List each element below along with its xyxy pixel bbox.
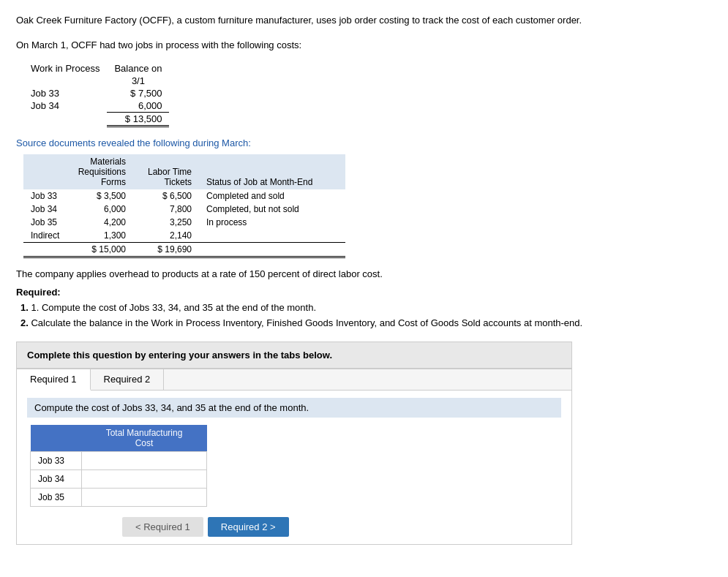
- source-job34-label: Job 34: [23, 203, 67, 216]
- job-cost-row-33: Job 33: [31, 451, 207, 469]
- job-cost-label-34: Job 34: [31, 469, 82, 488]
- source-job33-labor: $ 6,500: [133, 189, 199, 203]
- job34-label: Job 34: [23, 99, 107, 113]
- job-cost-th-blank: [31, 425, 82, 452]
- source-total-blank: [23, 243, 67, 257]
- job-cost-field-33[interactable]: [89, 456, 199, 466]
- required-list: 1. 1. Compute the cost of Jobs 33, 34, a…: [20, 301, 712, 331]
- source-job35-mat: 4,200: [67, 216, 133, 229]
- required-item-2: 2. Calculate the balance in the Work in …: [20, 316, 712, 331]
- source-job33-mat: $ 3,500: [67, 189, 133, 203]
- source-total-mat: $ 15,000: [67, 243, 133, 257]
- nav-buttons: < Required 1 Required 2 >: [122, 517, 561, 537]
- job-cost-label-35: Job 35: [31, 488, 82, 506]
- job33-label: Job 33: [23, 87, 107, 99]
- tab-content-required1: Compute the cost of Jobs 33, 34, and 35 …: [17, 391, 571, 544]
- required-header: Required:: [16, 287, 712, 298]
- balance-blank: [23, 75, 107, 87]
- job-cost-field-34[interactable]: [89, 474, 199, 484]
- tabs-row: Required 1 Required 2: [17, 369, 571, 391]
- source-total-labor: $ 19,690: [133, 243, 199, 257]
- job34-value: 6,000: [107, 99, 169, 113]
- source-job35-labor: 3,250: [133, 216, 199, 229]
- source-indirect-status: [199, 229, 345, 243]
- complete-box: Complete this question by entering your …: [16, 342, 572, 369]
- job33-value: $ 7,500: [107, 87, 169, 99]
- source-total-status: [199, 243, 345, 257]
- balance-table: Work in Process Balance on 3/1 Job 33 $ …: [23, 62, 169, 127]
- source-th-status: Status of Job at Month-End: [199, 154, 345, 189]
- intro-paragraph: Oak Creek Furniture Factory (OCFF), a cu…: [16, 13, 712, 52]
- prev-button[interactable]: < Required 1: [122, 517, 203, 537]
- overhead-text: The company applies overhead to products…: [16, 268, 712, 279]
- balance-header-col: Balance on: [107, 62, 169, 75]
- source-th-labor: Labor TimeTickets: [133, 154, 199, 189]
- job-cost-row-34: Job 34: [31, 469, 207, 488]
- source-th-label: [23, 154, 67, 189]
- source-indirect-mat: 1,300: [67, 229, 133, 243]
- balance-label-col: Work in Process: [23, 62, 107, 75]
- source-job33-label: Job 33: [23, 189, 67, 203]
- job-cost-field-35[interactable]: [89, 492, 199, 502]
- job-cost-input-35[interactable]: [82, 488, 207, 506]
- source-table: MaterialsRequisitionsForms Labor TimeTic…: [23, 154, 345, 258]
- source-job34-status: Completed, but not sold: [199, 203, 345, 216]
- source-job34-mat: 6,000: [67, 203, 133, 216]
- source-job34-labor: 7,800: [133, 203, 199, 216]
- source-indirect-labor: 2,140: [133, 229, 199, 243]
- compute-header: Compute the cost of Jobs 33, 34, and 35 …: [27, 398, 561, 418]
- source-job33-status: Completed and sold: [199, 189, 345, 203]
- source-indirect-label: Indirect: [23, 229, 67, 243]
- balance-date: 3/1: [107, 75, 169, 87]
- tabs-container: Required 1 Required 2 Compute the cost o…: [16, 369, 572, 545]
- intro-line1: Oak Creek Furniture Factory (OCFF), a cu…: [16, 13, 645, 28]
- job-cost-input-33[interactable]: [82, 451, 207, 469]
- next-button[interactable]: Required 2 >: [208, 517, 289, 537]
- intro-line2: On March 1, OCFF had two jobs in process…: [16, 38, 645, 53]
- balance-total-blank: [23, 113, 107, 127]
- required-item-1: 1. 1. Compute the cost of Jobs 33, 34, a…: [20, 301, 712, 316]
- source-job35-label: Job 35: [23, 216, 67, 229]
- tab-required2[interactable]: Required 2: [91, 369, 165, 390]
- job-cost-th-col: Total ManufacturingCost: [82, 425, 207, 452]
- job-cost-input-34[interactable]: [82, 469, 207, 488]
- job-cost-label-33: Job 33: [31, 451, 82, 469]
- job-cost-row-35: Job 35: [31, 488, 207, 506]
- source-documents-header: Source documents revealed the following …: [16, 137, 712, 148]
- tab-required1[interactable]: Required 1: [17, 369, 91, 391]
- balance-total: $ 13,500: [107, 113, 169, 127]
- source-th-mat: MaterialsRequisitionsForms: [67, 154, 133, 189]
- source-job35-status: In process: [199, 216, 345, 229]
- job-cost-table: Total ManufacturingCost Job 33 Job 34: [30, 425, 207, 507]
